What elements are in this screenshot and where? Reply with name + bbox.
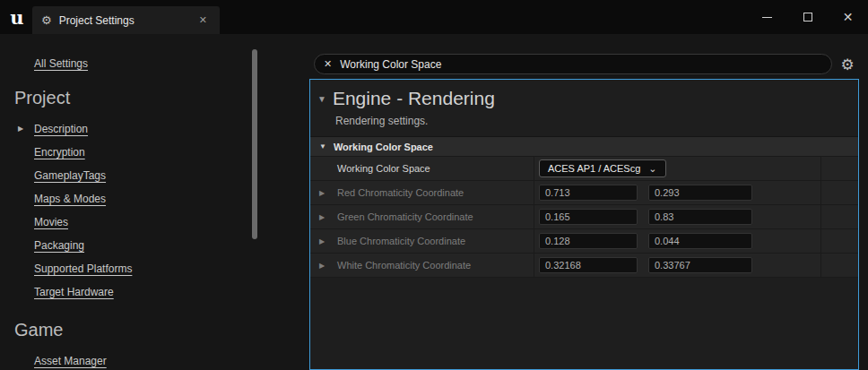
row-blue-chromaticity: ▶ Blue Chromaticity Coordinate bbox=[310, 229, 858, 254]
property-label-cell: ▶ Red Chromaticity Coordinate bbox=[310, 181, 534, 204]
window-controls: ✕ bbox=[747, 0, 868, 34]
expand-triangle-icon[interactable]: ▶ bbox=[319, 237, 325, 245]
sidebar-item-label: Description bbox=[34, 123, 88, 135]
property-label: Green Chromaticity Coordinate bbox=[337, 211, 473, 222]
property-label: Red Chromaticity Coordinate bbox=[337, 187, 464, 198]
property-label-cell: ▶ White Chromaticity Coordinate bbox=[310, 254, 534, 277]
property-label: White Chromaticity Coordinate bbox=[337, 260, 471, 271]
expand-triangle-icon[interactable]: ▶ bbox=[319, 213, 325, 221]
property-label-cell: ▶ Green Chromaticity Coordinate bbox=[310, 205, 534, 228]
settings-icon: ⚙ bbox=[41, 13, 52, 27]
chevron-down-icon: ⌄ bbox=[648, 164, 656, 173]
sidebar-item-label: Target Hardware bbox=[34, 286, 114, 298]
sidebar-section-game: Game bbox=[14, 320, 243, 340]
tab-close-icon[interactable]: ✕ bbox=[194, 12, 213, 29]
category-triangle-icon[interactable]: ▼ bbox=[319, 142, 326, 151]
green-y-input[interactable] bbox=[648, 209, 752, 225]
row-extra-cell bbox=[821, 229, 858, 253]
sidebar-item-gameplaytags[interactable]: GameplayTags bbox=[14, 164, 243, 187]
property-value-cell bbox=[534, 254, 821, 277]
row-red-chromaticity: ▶ Red Chromaticity Coordinate bbox=[310, 181, 858, 205]
panel-header: ▼ Engine - Rendering Rendering settings. bbox=[310, 80, 858, 127]
sidebar: All Settings Project ▶ Description Encry… bbox=[14, 47, 243, 370]
sidebar-item-maps-and-modes[interactable]: Maps & Modes bbox=[14, 187, 243, 211]
sidebar-item-description[interactable]: ▶ Description bbox=[14, 117, 243, 141]
sidebar-item-label: Packaging bbox=[34, 239, 84, 252]
category-title: Working Color Space bbox=[334, 142, 433, 152]
maximize-button[interactable] bbox=[787, 0, 828, 34]
expand-triangle-icon[interactable]: ▶ bbox=[319, 189, 325, 197]
scrollbar-thumb[interactable] bbox=[252, 49, 257, 239]
sidebar-item-label: Movies bbox=[34, 216, 68, 228]
minimize-button[interactable] bbox=[747, 0, 787, 34]
row-extra-cell bbox=[821, 181, 858, 204]
row-extra-cell bbox=[821, 254, 858, 277]
tab-label: Project Settings bbox=[59, 14, 194, 27]
row-green-chromaticity: ▶ Green Chromaticity Coordinate bbox=[310, 205, 858, 229]
property-label-cell: ▶ Blue Chromaticity Coordinate bbox=[310, 229, 534, 253]
settings-gear-icon[interactable]: ⚙ bbox=[838, 55, 857, 74]
sidebar-item-encryption[interactable]: Encryption bbox=[14, 141, 243, 164]
titlebar: u ⚙ Project Settings ✕ ✕ bbox=[0, 0, 868, 34]
sidebar-item-label: Encryption bbox=[34, 146, 85, 159]
close-icon: ✕ bbox=[843, 10, 854, 24]
panel-title: Engine - Rendering bbox=[333, 88, 495, 109]
row-extra-cell bbox=[821, 205, 858, 228]
clear-search-icon[interactable]: ✕ bbox=[324, 58, 332, 70]
category-working-color-space[interactable]: ▼ Working Color Space bbox=[310, 136, 858, 157]
sidebar-item-label: GameplayTags bbox=[34, 169, 106, 182]
all-settings-label: All Settings bbox=[34, 57, 88, 70]
minimize-icon bbox=[762, 17, 772, 18]
white-x-input[interactable] bbox=[539, 257, 638, 273]
row-extra-cell bbox=[821, 157, 858, 180]
property-value-cell bbox=[534, 205, 821, 228]
property-label: Working Color Space bbox=[337, 163, 430, 174]
blue-x-input[interactable] bbox=[539, 233, 638, 249]
property-label-cell: Working Color Space bbox=[310, 157, 534, 180]
sidebar-item-movies[interactable]: Movies bbox=[14, 211, 243, 234]
sidebar-item-asset-manager[interactable]: Asset Manager bbox=[14, 349, 243, 370]
panel-subtitle: Rendering settings. bbox=[335, 115, 858, 127]
property-rows: Working Color Space ACES AP1 / ACEScg ⌄ … bbox=[310, 157, 858, 278]
green-x-input[interactable] bbox=[539, 209, 638, 225]
property-label: Blue Chromaticity Coordinate bbox=[337, 236, 465, 246]
close-button[interactable]: ✕ bbox=[828, 0, 868, 34]
red-y-input[interactable] bbox=[648, 185, 752, 201]
sidebar-item-label: Asset Manager bbox=[34, 355, 107, 367]
sidebar-item-label: Supported Platforms bbox=[34, 262, 132, 275]
property-value-cell: ACES AP1 / ACEScg ⌄ bbox=[534, 157, 821, 180]
working-color-space-dropdown[interactable]: ACES AP1 / ACEScg ⌄ bbox=[539, 159, 666, 177]
sidebar-item-target-hardware[interactable]: Target Hardware bbox=[14, 280, 243, 304]
blue-y-input[interactable] bbox=[648, 233, 752, 249]
triangle-right-icon[interactable]: ▶ bbox=[18, 117, 23, 141]
settings-panel: ▼ Engine - Rendering Rendering settings.… bbox=[309, 79, 859, 370]
property-value-cell bbox=[534, 181, 821, 204]
sidebar-item-label: Maps & Modes bbox=[34, 193, 106, 205]
sidebar-scrollbar[interactable] bbox=[251, 45, 258, 370]
sidebar-item-all-settings[interactable]: All Settings bbox=[34, 52, 243, 75]
white-y-input[interactable] bbox=[648, 257, 752, 273]
unreal-logo-icon: u bbox=[0, 0, 34, 34]
collapse-triangle-icon[interactable]: ▼ bbox=[317, 94, 326, 104]
dropdown-selected-value: ACES AP1 / ACEScg bbox=[548, 163, 640, 174]
maximize-icon bbox=[803, 13, 812, 22]
search-input[interactable] bbox=[340, 58, 822, 71]
tab-project-settings[interactable]: ⚙ Project Settings ✕ bbox=[32, 6, 220, 34]
red-x-input[interactable] bbox=[539, 185, 638, 201]
sidebar-section-project: Project bbox=[14, 88, 243, 108]
search-box[interactable]: ✕ bbox=[314, 54, 832, 74]
row-white-chromaticity: ▶ White Chromaticity Coordinate bbox=[310, 254, 858, 278]
sidebar-item-supported-platforms[interactable]: Supported Platforms bbox=[14, 257, 243, 280]
row-working-color-space: Working Color Space ACES AP1 / ACEScg ⌄ bbox=[310, 157, 858, 181]
sidebar-item-packaging[interactable]: Packaging bbox=[14, 234, 243, 257]
property-value-cell bbox=[534, 229, 821, 253]
expand-triangle-icon[interactable]: ▶ bbox=[319, 262, 325, 270]
